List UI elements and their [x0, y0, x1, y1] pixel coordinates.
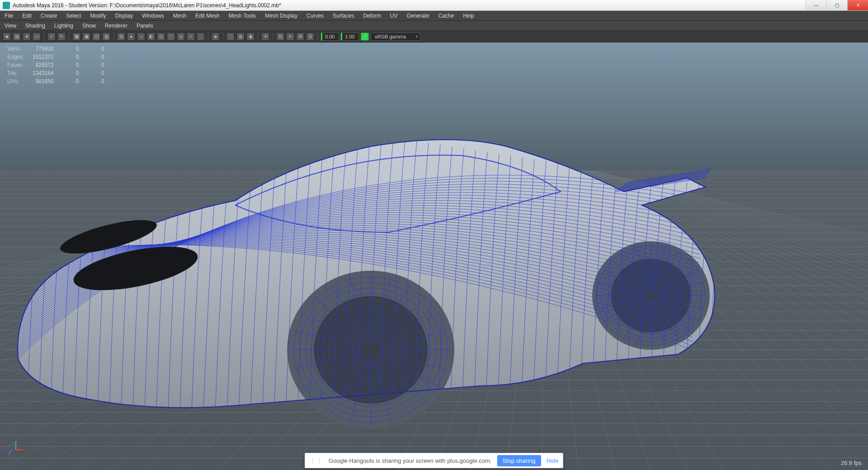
menu-create[interactable]: Create	[36, 11, 61, 21]
app-icon	[3, 2, 10, 9]
channel-box-icon[interactable]: ⊟	[276, 33, 284, 41]
anti-alias-icon[interactable]: ∴	[197, 33, 205, 41]
viewport[interactable]: Verts:77593000Edges:151137200Faces:82657…	[0, 42, 868, 470]
color-reset-icon[interactable]: ↺	[361, 33, 369, 41]
hangouts-share-bar[interactable]: ⋮⋮ Google Hangouts is sharing your scree…	[305, 453, 563, 468]
menu-mesh-tools[interactable]: Mesh Tools	[224, 11, 260, 21]
exposure-icon[interactable]: ☀	[261, 33, 269, 41]
window-maximize-button[interactable]: ▢	[826, 0, 847, 10]
main-menubar: File Edit Create Select Modify Display W…	[0, 11, 868, 21]
attr-editor-icon[interactable]: ≡	[286, 33, 294, 41]
grease-pencil-icon[interactable]: ✎	[57, 33, 66, 41]
menu-help[interactable]: Help	[458, 11, 479, 21]
panel-menu-view[interactable]: View	[0, 21, 21, 31]
menu-display[interactable]: Display	[111, 11, 137, 21]
menu-modify[interactable]: Modify	[85, 11, 110, 21]
drag-grip-icon[interactable]: ⋮⋮	[310, 457, 323, 464]
menu-edit-mesh[interactable]: Edit Mesh	[191, 11, 224, 21]
shadows-icon[interactable]: ◐	[147, 33, 155, 41]
window-titlebar: Autodesk Maya 2016 - Student Version: F:…	[0, 0, 868, 11]
bookmark-icon[interactable]: ★	[23, 33, 31, 41]
pan-zoom-icon[interactable]: ⤢	[47, 33, 56, 41]
xray-joints-icon[interactable]: ◍	[236, 33, 245, 41]
wireframe-icon[interactable]: ⊞	[117, 33, 125, 41]
smooth-shade-icon[interactable]: ●	[127, 33, 135, 41]
menu-mesh[interactable]: Mesh	[169, 11, 191, 21]
window-title: Autodesk Maya 2016 - Student Version: F:…	[13, 2, 806, 9]
poly-count-hud: Verts:77593000Edges:151137200Faces:82657…	[4, 44, 108, 86]
isolate-select-icon[interactable]: ◈	[212, 33, 220, 41]
ao-icon[interactable]: ◎	[177, 33, 185, 41]
resolution-gate-icon[interactable]: ◫	[92, 33, 100, 41]
image-plane-icon[interactable]: ▭	[33, 33, 41, 41]
hide-link[interactable]: Hide	[546, 457, 558, 464]
tool-settings-icon[interactable]: ⚙	[296, 33, 304, 41]
xray-components-icon[interactable]: ◉	[246, 33, 255, 41]
menu-mesh-display[interactable]: Mesh Display	[260, 11, 302, 21]
window-minimize-button[interactable]: —	[806, 0, 826, 10]
menu-surfaces[interactable]: Surfaces	[328, 11, 359, 21]
panel-menu-shading[interactable]: Shading	[21, 21, 50, 31]
color-management-dropdown[interactable]: sRGB gamma	[371, 33, 420, 41]
camera-attr-icon[interactable]: ▤	[13, 33, 21, 41]
menu-generate[interactable]: Generate	[402, 11, 434, 21]
panel-menubar: View Shading Lighting Show Renderer Pane…	[0, 21, 868, 31]
menu-deform[interactable]: Deform	[359, 11, 385, 21]
menu-cache[interactable]: Cache	[434, 11, 458, 21]
grid-icon[interactable]: ▦	[72, 33, 80, 41]
menu-edit[interactable]: Edit	[18, 11, 36, 21]
film-gate-icon[interactable]: ▣	[82, 33, 90, 41]
xray-icon[interactable]: ◌	[226, 33, 235, 41]
camera-select-icon[interactable]: ■	[3, 33, 11, 41]
layer-editor-icon[interactable]: ☰	[306, 33, 314, 41]
menu-select[interactable]: Select	[61, 11, 85, 21]
menu-windows[interactable]: Windows	[137, 11, 169, 21]
panel-menu-lighting[interactable]: Lighting	[50, 21, 78, 31]
use-all-lights-icon[interactable]: ☼	[137, 33, 145, 41]
panel-toolbar: ■ ▤ ★ ▭ ⤢ ✎ ▦ ▣ ◫ ▥ ⊞ ● ☼ ◐ ⊡ ⬚ ◎ ≈ ∴ ◈ …	[0, 31, 868, 42]
panel-menu-show[interactable]: Show	[78, 21, 100, 31]
exposure-field[interactable]: 0.00	[321, 33, 339, 41]
gamma-field[interactable]: 1.00	[341, 33, 359, 41]
axis-gizmo	[8, 441, 26, 459]
panel-menu-panels[interactable]: Panels	[132, 21, 158, 31]
textured-icon[interactable]: ⬚	[167, 33, 175, 41]
wire-on-shaded-icon[interactable]: ⊡	[157, 33, 165, 41]
window-close-button[interactable]: ✕	[847, 0, 868, 10]
gate-mask-icon[interactable]: ▥	[102, 33, 110, 41]
panel-menu-renderer[interactable]: Renderer	[100, 21, 132, 31]
menu-file[interactable]: File	[0, 11, 18, 21]
menu-uv[interactable]: UV	[386, 11, 402, 21]
motion-blur-icon[interactable]: ≈	[187, 33, 195, 41]
hangouts-text: Google Hangouts is sharing your screen w…	[329, 457, 492, 464]
stop-sharing-button[interactable]: Stop sharing	[497, 455, 541, 466]
menu-curves[interactable]: Curves	[302, 11, 328, 21]
fps-hud: 26.9 fps	[841, 460, 862, 466]
